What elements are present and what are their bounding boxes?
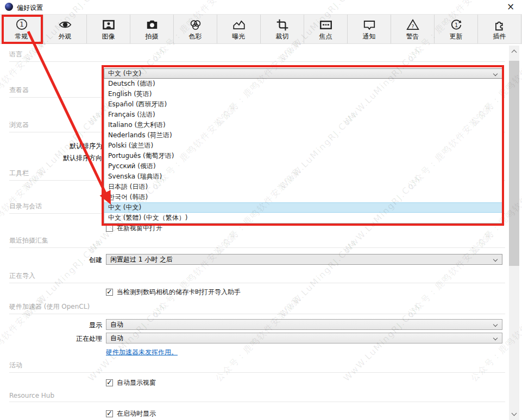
color-icon bbox=[188, 18, 203, 32]
tab-label: 警告 bbox=[406, 33, 419, 40]
language-option[interactable]: Svenska (瑞典语) bbox=[104, 171, 502, 182]
create-dropdown-value: 闲置超过 1 小时 之后 bbox=[110, 256, 173, 263]
open-new-window-checkbox[interactable] bbox=[106, 225, 113, 232]
auto-show-checkbox[interactable] bbox=[106, 379, 113, 386]
language-option[interactable]: Русский (俄语) bbox=[104, 161, 502, 171]
language-option[interactable]: Nederlands (荷兰语) bbox=[104, 130, 502, 141]
language-option[interactable]: Polski (波兰语) bbox=[104, 141, 502, 151]
show-at-startup-label: 在启动时显示 bbox=[117, 409, 156, 418]
image-icon bbox=[102, 18, 116, 32]
section-header-recent: 最近拍摄汇集 bbox=[9, 236, 505, 248]
import-assistant-row: 当检测到数码相机的储存卡时打开导入助手 bbox=[106, 288, 241, 297]
section-header-language: 语言 bbox=[9, 50, 505, 62]
preferences-window: 偏好设置 × 1常规外观图像拍摄色彩曝光裁切焦点通知?警告1更新插件 语言 查看… bbox=[0, 0, 522, 420]
tab-color[interactable]: 色彩 bbox=[174, 15, 217, 43]
tab-label: 焦点 bbox=[319, 33, 332, 40]
chevron-down-icon bbox=[493, 336, 498, 340]
tab-label: 常规 bbox=[15, 33, 28, 40]
language-select-value: 中文 (中文) bbox=[108, 69, 141, 77]
vertical-scrollbar[interactable] bbox=[509, 46, 519, 420]
auto-show-row: 自动显示视窗 bbox=[106, 378, 156, 387]
language-option[interactable]: 中文 (繁體) (中文（繁体）) bbox=[104, 213, 502, 223]
import-assistant-label: 当检测到数码相机的储存卡时打开导入助手 bbox=[117, 288, 241, 297]
tab-plugin[interactable]: 插件 bbox=[478, 15, 521, 43]
tab-label: 更新 bbox=[450, 33, 463, 40]
chevron-down-icon bbox=[493, 72, 498, 76]
open-new-window-row: 在新视窗中打开 bbox=[106, 224, 162, 233]
language-option[interactable]: 한국어 (韩语) bbox=[104, 192, 502, 202]
tab-label: 曝光 bbox=[232, 33, 246, 40]
update-icon: 1 bbox=[449, 18, 463, 32]
open-new-window-label: 在新视窗中打开 bbox=[117, 224, 162, 233]
processing-label: 正在处理 bbox=[10, 334, 102, 343]
tab-label: 拍摄 bbox=[146, 33, 159, 40]
language-option[interactable]: Italiano (意大利语) bbox=[104, 120, 502, 130]
tab-label: 插件 bbox=[493, 33, 506, 40]
display-dropdown-value: 自动 bbox=[110, 321, 123, 328]
app-logo-icon bbox=[5, 3, 13, 11]
sort-dir-label: 默认排序方向 bbox=[10, 154, 102, 163]
display-dropdown[interactable]: 自动 bbox=[106, 319, 502, 330]
tab-update[interactable]: 1更新 bbox=[435, 15, 478, 43]
tab-notification[interactable]: 通知 bbox=[348, 15, 391, 43]
hardware-acceleration-link[interactable]: 硬件加速器未发挥作用。 bbox=[106, 348, 178, 357]
tab-label: 裁切 bbox=[276, 33, 289, 40]
language-option[interactable]: 中文 (中文) bbox=[104, 202, 502, 213]
tab-warning[interactable]: ?警告 bbox=[391, 15, 435, 43]
create-label: 创建 bbox=[10, 256, 102, 265]
language-option[interactable]: English (英语) bbox=[104, 89, 502, 99]
language-options-list: Deutsch (德语)English (英语)Español (西班牙语)Fr… bbox=[104, 79, 502, 224]
processing-dropdown-value: 自动 bbox=[110, 334, 123, 342]
tab-focus[interactable]: 焦点 bbox=[304, 15, 348, 43]
section-header-hardware: 硬件加速器 (使用 OpenCL) bbox=[9, 302, 505, 314]
tab-exposure[interactable]: 曝光 bbox=[217, 15, 261, 43]
language-select[interactable]: 中文 (中文) bbox=[104, 68, 502, 79]
warning-icon: ? bbox=[406, 18, 420, 32]
plugin-icon bbox=[493, 18, 507, 32]
tab-general[interactable]: 1常规 bbox=[0, 15, 43, 43]
scroll-down-icon[interactable] bbox=[512, 411, 517, 416]
tab-label: 图像 bbox=[102, 33, 115, 40]
tab-label: 通知 bbox=[363, 33, 376, 40]
focus-icon bbox=[319, 18, 333, 32]
import-assistant-checkbox[interactable] bbox=[106, 289, 113, 296]
chevron-down-icon bbox=[493, 257, 498, 262]
language-option[interactable]: Français (法语) bbox=[104, 110, 502, 120]
crop-icon bbox=[275, 18, 290, 32]
svg-text:?: ? bbox=[411, 23, 414, 29]
tab-label: 外观 bbox=[59, 33, 72, 40]
appearance-icon bbox=[58, 18, 72, 32]
auto-show-label: 自动显示视窗 bbox=[117, 378, 156, 387]
create-dropdown[interactable]: 闲置超过 1 小时 之后 bbox=[106, 254, 502, 265]
tab-label: 色彩 bbox=[189, 33, 202, 40]
toolbar-tabs: 1常规外观图像拍摄色彩曝光裁切焦点通知?警告1更新插件 bbox=[0, 14, 522, 44]
scroll-up-icon[interactable] bbox=[512, 50, 517, 55]
window-title: 偏好设置 bbox=[17, 3, 43, 12]
section-header-resource-hub: Resource Hub bbox=[9, 392, 505, 402]
tab-appearance[interactable]: 外观 bbox=[43, 15, 87, 43]
tab-crop[interactable]: 裁切 bbox=[261, 15, 304, 43]
display-label: 显示 bbox=[10, 321, 102, 330]
close-icon[interactable]: × bbox=[504, 1, 518, 12]
tab-capture[interactable]: 拍摄 bbox=[130, 15, 174, 43]
svg-text:1: 1 bbox=[454, 22, 457, 28]
show-at-startup-row: 在启动时显示 bbox=[106, 409, 156, 418]
language-option[interactable]: Português (葡萄牙语) bbox=[104, 151, 502, 161]
language-option[interactable]: Español (西班牙语) bbox=[104, 99, 502, 110]
title-bar: 偏好设置 × bbox=[0, 0, 522, 14]
section-header-activity: 活动 bbox=[9, 361, 505, 373]
chevron-down-icon bbox=[493, 322, 498, 327]
show-at-startup-checkbox[interactable] bbox=[106, 410, 113, 417]
svg-text:1: 1 bbox=[20, 21, 24, 28]
notification-icon bbox=[362, 18, 376, 32]
section-header-importing: 正在导入 bbox=[9, 271, 505, 283]
processing-dropdown[interactable]: 自动 bbox=[106, 333, 502, 343]
scrollbar-thumb[interactable] bbox=[509, 61, 519, 266]
language-option[interactable]: 日本語 (日语) bbox=[104, 182, 502, 192]
exposure-icon bbox=[232, 18, 246, 32]
language-option[interactable]: Deutsch (德语) bbox=[104, 79, 502, 89]
general-icon: 1 bbox=[15, 18, 29, 32]
tab-image[interactable]: 图像 bbox=[87, 15, 130, 43]
sort-by-label: 默认排序为 bbox=[10, 142, 102, 151]
capture-icon bbox=[145, 18, 159, 32]
